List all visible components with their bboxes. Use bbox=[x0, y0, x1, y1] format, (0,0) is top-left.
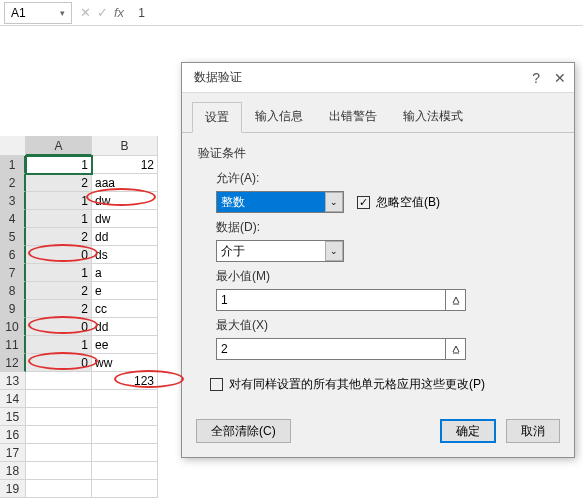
row-header[interactable]: 3 bbox=[0, 192, 26, 210]
allow-value: 整数 bbox=[221, 194, 245, 211]
formula-bar-buttons: ✕ ✓ fx bbox=[76, 5, 128, 20]
dialog-tabs: 设置 输入信息 出错警告 输入法模式 bbox=[182, 93, 574, 133]
row-header[interactable]: 4 bbox=[0, 210, 26, 228]
row-header[interactable]: 7 bbox=[0, 264, 26, 282]
row-header[interactable]: 6 bbox=[0, 246, 26, 264]
cell[interactable] bbox=[92, 444, 158, 462]
checkbox-icon: ✓ bbox=[357, 196, 370, 209]
row-header[interactable]: 16 bbox=[0, 426, 26, 444]
cell[interactable] bbox=[26, 426, 92, 444]
column-header-b[interactable]: B bbox=[92, 136, 158, 156]
ok-button[interactable]: 确定 bbox=[440, 419, 496, 443]
cell[interactable]: 12 bbox=[92, 156, 158, 174]
cell[interactable]: 1 bbox=[26, 210, 92, 228]
min-input-group bbox=[216, 289, 558, 311]
help-icon[interactable]: ? bbox=[532, 70, 540, 86]
cell[interactable] bbox=[26, 408, 92, 426]
apply-all-label: 对有同样设置的所有其他单元格应用这些更改(P) bbox=[229, 376, 485, 393]
row-header[interactable]: 18 bbox=[0, 462, 26, 480]
max-input-group bbox=[216, 338, 558, 360]
cancel-icon: ✕ bbox=[80, 5, 91, 20]
cell[interactable]: e bbox=[92, 282, 158, 300]
data-combo[interactable]: 介于 ⌄ bbox=[216, 240, 558, 262]
fx-icon[interactable]: fx bbox=[114, 5, 124, 20]
cell[interactable]: 1 bbox=[26, 156, 92, 174]
ignore-blank-checkbox[interactable]: ✓ 忽略空值(B) bbox=[357, 194, 440, 211]
tab-settings[interactable]: 设置 bbox=[192, 102, 242, 133]
cell[interactable]: ee bbox=[92, 336, 158, 354]
row-header[interactable]: 10 bbox=[0, 318, 26, 336]
name-box[interactable]: A1 ▾ bbox=[4, 2, 72, 24]
tab-error-alert[interactable]: 出错警告 bbox=[316, 101, 390, 132]
row-header[interactable]: 12 bbox=[0, 354, 26, 372]
cell[interactable] bbox=[92, 426, 158, 444]
cell[interactable]: 2 bbox=[26, 300, 92, 318]
range-picker-icon[interactable] bbox=[446, 289, 466, 311]
ignore-blank-label: 忽略空值(B) bbox=[376, 194, 440, 211]
column-header-a[interactable]: A bbox=[26, 136, 92, 156]
cell[interactable] bbox=[92, 480, 158, 498]
row-header[interactable]: 11 bbox=[0, 336, 26, 354]
cancel-button[interactable]: 取消 bbox=[506, 419, 560, 443]
row-header[interactable]: 9 bbox=[0, 300, 26, 318]
cell[interactable]: 0 bbox=[26, 354, 92, 372]
cell[interactable] bbox=[26, 462, 92, 480]
cell[interactable]: 0 bbox=[26, 246, 92, 264]
cell[interactable]: 0 bbox=[26, 318, 92, 336]
cell[interactable]: ww bbox=[92, 354, 158, 372]
cell[interactable]: aaa bbox=[92, 174, 158, 192]
cell[interactable]: a bbox=[92, 264, 158, 282]
range-picker-icon[interactable] bbox=[446, 338, 466, 360]
data-value: 介于 bbox=[221, 243, 245, 260]
row-header[interactable]: 19 bbox=[0, 480, 26, 498]
cell[interactable]: 2 bbox=[26, 174, 92, 192]
select-all-corner[interactable] bbox=[0, 136, 26, 156]
clear-all-button[interactable]: 全部清除(C) bbox=[196, 419, 291, 443]
tab-ime-mode[interactable]: 输入法模式 bbox=[390, 101, 476, 132]
allow-label: 允许(A): bbox=[216, 170, 558, 187]
cell[interactable]: cc bbox=[92, 300, 158, 318]
name-box-value: A1 bbox=[11, 6, 26, 20]
allow-combo[interactable]: 整数 ⌄ bbox=[216, 191, 343, 213]
cell[interactable] bbox=[92, 462, 158, 480]
cell[interactable]: ds bbox=[92, 246, 158, 264]
min-label: 最小值(M) bbox=[216, 268, 558, 285]
min-input[interactable] bbox=[216, 289, 446, 311]
cell[interactable] bbox=[26, 480, 92, 498]
row-header[interactable]: 14 bbox=[0, 390, 26, 408]
cell[interactable]: 123 bbox=[92, 372, 158, 390]
chevron-down-icon[interactable]: ▾ bbox=[60, 8, 65, 18]
formula-bar: A1 ▾ ✕ ✓ fx 1 bbox=[0, 0, 583, 26]
cell[interactable]: 1 bbox=[26, 336, 92, 354]
apply-all-checkbox[interactable]: 对有同样设置的所有其他单元格应用这些更改(P) bbox=[210, 376, 558, 393]
cell[interactable]: 1 bbox=[26, 192, 92, 210]
row-header[interactable]: 1 bbox=[0, 156, 26, 174]
cell[interactable]: 2 bbox=[26, 228, 92, 246]
cell[interactable] bbox=[26, 390, 92, 408]
dialog-title: 数据验证 bbox=[194, 69, 242, 86]
row-header[interactable]: 15 bbox=[0, 408, 26, 426]
close-icon[interactable]: ✕ bbox=[554, 70, 566, 86]
dialog-titlebar[interactable]: 数据验证 ? ✕ bbox=[182, 63, 574, 93]
row-header[interactable]: 5 bbox=[0, 228, 26, 246]
formula-bar-value[interactable]: 1 bbox=[128, 6, 155, 20]
cell[interactable]: 2 bbox=[26, 282, 92, 300]
cell[interactable]: dd bbox=[92, 228, 158, 246]
cell[interactable] bbox=[92, 390, 158, 408]
cell[interactable]: dw bbox=[92, 210, 158, 228]
row-header[interactable]: 8 bbox=[0, 282, 26, 300]
max-input[interactable] bbox=[216, 338, 446, 360]
max-label: 最大值(X) bbox=[216, 317, 558, 334]
cell[interactable]: 1 bbox=[26, 264, 92, 282]
cell[interactable]: dw bbox=[92, 192, 158, 210]
cell[interactable]: dd bbox=[92, 318, 158, 336]
row-header[interactable]: 2 bbox=[0, 174, 26, 192]
cell[interactable] bbox=[26, 372, 92, 390]
tab-input-message[interactable]: 输入信息 bbox=[242, 101, 316, 132]
cell[interactable] bbox=[92, 408, 158, 426]
cell[interactable] bbox=[26, 444, 92, 462]
chevron-down-icon[interactable]: ⌄ bbox=[325, 241, 343, 261]
row-header[interactable]: 17 bbox=[0, 444, 26, 462]
row-header[interactable]: 13 bbox=[0, 372, 26, 390]
chevron-down-icon[interactable]: ⌄ bbox=[325, 192, 343, 212]
